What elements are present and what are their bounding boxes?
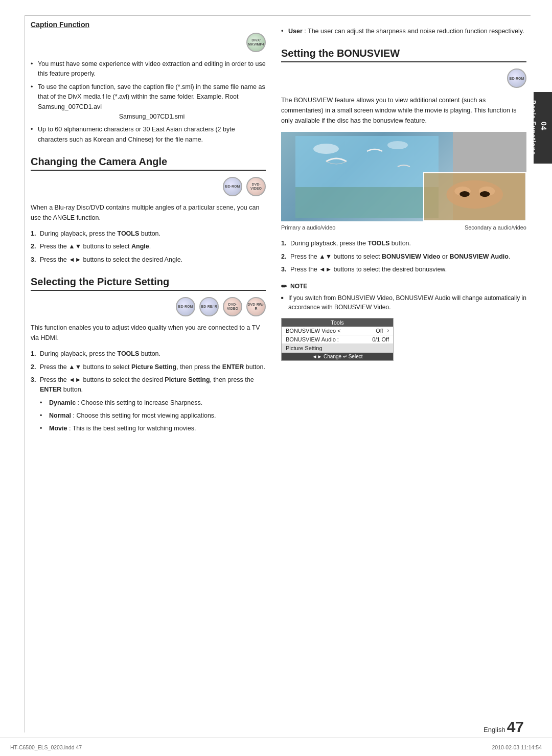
note-label: NOTE [290, 283, 307, 290]
picture-bdre-icon-label: BD-RE/-R [201, 305, 217, 309]
note-item-1: If you switch from BONUSVIEW Video, BONU… [281, 293, 526, 312]
bonusview-image [281, 132, 526, 221]
camera-step-3: 3.Press the ◄► buttons to select the des… [31, 255, 266, 265]
bonusview-primary-label: Primary a audio/video [281, 224, 335, 231]
right-user-bullet-item: User : The user can adjust the sharpness… [281, 27, 526, 36]
picture-sub-normal: Normal : Choose this setting for most vi… [40, 411, 266, 421]
caption-bullet-2: To use the caption function, save the ca… [31, 82, 266, 122]
camera-dvd-icon-label: DVD-VIDEO [247, 182, 265, 190]
bonusview-image-labels: Primary a audio/video Secondary a audio/… [281, 224, 526, 231]
camera-step-1: 1.During playback, press the TOOLS butto… [31, 229, 266, 239]
caption-bullet-1: You must have some experience with video… [31, 59, 266, 79]
picture-step-3: 3.Press the ◄► buttons to select the des… [31, 375, 266, 434]
bonusview-section: Setting the BONUSVIEW BD-ROM The BONUSVI… [281, 48, 526, 360]
picture-bdre-disc-icon: BD-RE/-R [199, 297, 219, 316]
page-number-area: English 47 [484, 719, 524, 735]
left-column: Caption Function DivX/MKV/MP4 You must h… [31, 20, 266, 736]
note-header: ✏ NOTE [281, 282, 526, 290]
tools-row-picture-setting: Picture Setting [282, 344, 393, 353]
picture-sub-movie: Movie : This is the best setting for wat… [40, 424, 266, 433]
tools-chevron: › [387, 328, 389, 333]
note-list: If you switch from BONUSVIEW Video, BONU… [281, 293, 526, 312]
picture-title: Selecting the Picture Setting [31, 276, 266, 291]
bottom-left-text: HT-C6500_ELS_0203.indd 47 [10, 744, 82, 750]
top-margin-line [25, 15, 531, 16]
camera-step-2: 2.Press the ▲▼ buttons to select Angle. [31, 242, 266, 251]
tools-bonusview-video-value: Off › [376, 328, 389, 334]
divx-icon-label: DivX/MKV/MP4 [248, 38, 264, 46]
caption-section: Caption Function DivX/MKV/MP4 You must h… [31, 20, 266, 145]
chapter-title: Basic Functions [530, 100, 537, 155]
bonusview-steps: 1.During playback, press the TOOLS butto… [281, 239, 526, 274]
tools-row-bonusview-audio: BONUSVIEW Audio : 0/1 Off [282, 335, 393, 344]
tools-picture-setting-label: Picture Setting [286, 345, 323, 351]
bottom-right-text: 2010-02-03 11:14:54 [492, 744, 542, 750]
bottom-bar: HT-C6500_ELS_0203.indd 47 2010-02-03 11:… [0, 738, 552, 756]
bonusview-step-1: 1.During playback, press the TOOLS butto… [281, 239, 526, 248]
left-margin-line [25, 15, 25, 732]
picture-sub-dynamic: Dynamic : Choose this setting to increas… [40, 398, 266, 408]
bonusview-secondary-label: Secondary a audio/video [465, 224, 526, 231]
caption-title: Caption Function [31, 20, 266, 29]
bonusview-bd-disc-icon: BD-ROM [507, 68, 526, 88]
camera-bd-icon-label: BD-ROM [225, 185, 240, 189]
picture-step-2: 2.Press the ▲▼ buttons to select Picture… [31, 362, 266, 372]
svg-point-2 [313, 144, 339, 154]
page-number: 47 [507, 719, 524, 735]
picture-sub-bullets: Dynamic : Choose this setting to increas… [40, 398, 266, 434]
bonusview-secondary-video [423, 172, 526, 221]
note-icon: ✏ [281, 282, 287, 290]
right-user-bullet: User : The user can adjust the sharpness… [281, 27, 526, 36]
camera-title: Changing the Camera Angle [31, 156, 266, 171]
svg-point-5 [447, 180, 503, 209]
caption-example: Samsung_007CD1.smi [38, 112, 266, 122]
picture-dvdrw-icon-label: DVD-RW/-R [247, 303, 265, 310]
svg-point-3 [387, 141, 408, 149]
bonusview-intro: The BONUSVIEW feature allows you to view… [281, 95, 526, 126]
tools-bonusview-audio-value: 0/1 Off [372, 336, 389, 342]
picture-dvd-disc-icon: DVD-VIDEO [223, 297, 242, 316]
camera-section: Changing the Camera Angle BD-ROM DVD-VID… [31, 156, 266, 265]
bonusview-secondary-svg [424, 173, 525, 220]
camera-dvd-disc-icon: DVD-VIDEO [246, 177, 266, 196]
tools-table: Tools BONUSVIEW Video < Off › BONUSVIEW … [281, 318, 394, 361]
picture-bd-disc-icon: BD-ROM [176, 297, 195, 316]
bonusview-step-3: 3.Press the ◄► buttons to select the des… [281, 265, 526, 274]
picture-intro: This function enables you to adjust vide… [31, 323, 266, 343]
bonusview-primary-svg [295, 136, 439, 218]
tools-row-bonusview-video: BONUSVIEW Video < Off › [282, 327, 393, 335]
right-column: User : The user can adjust the sharpness… [281, 20, 526, 736]
bonusview-bd-icon-label: BD-ROM [510, 77, 524, 81]
chapter-number: 04 [540, 122, 548, 131]
camera-intro: When a Blu-ray Disc/DVD contains multipl… [31, 202, 266, 223]
picture-bd-icon-label: BD-ROM [178, 305, 193, 309]
picture-section: Selecting the Picture Setting BD-ROM BD-… [31, 276, 266, 434]
page-container: 04 Basic Functions Caption Function DivX… [0, 0, 552, 756]
picture-steps: 1.During playback, press the TOOLS butto… [31, 349, 266, 434]
svg-rect-1 [295, 187, 439, 218]
camera-disc-icons: BD-ROM DVD-VIDEO [31, 177, 266, 196]
svg-point-8 [460, 191, 470, 197]
camera-bd-disc-icon: BD-ROM [223, 177, 242, 196]
caption-bullets: You must have some experience with video… [31, 59, 266, 145]
bonusview-step-2: 2.Press the ▲▼ buttons to select BONUSVI… [281, 252, 526, 262]
caption-disc-icons: DivX/MKV/MP4 [31, 33, 266, 52]
tools-table-header: Tools [282, 318, 393, 327]
picture-step-1: 1.During playback, press the TOOLS butto… [31, 349, 266, 359]
english-label: English [484, 726, 505, 734]
bonusview-note: ✏ NOTE If you switch from BONUSVIEW Vide… [281, 282, 526, 312]
divx-disc-icon: DivX/MKV/MP4 [246, 33, 266, 52]
camera-steps: 1.During playback, press the TOOLS butto… [31, 229, 266, 265]
caption-bullet-3: Up to 60 alphanumeric characters or 30 E… [31, 125, 266, 145]
bonusview-title: Setting the BONUSVIEW [281, 48, 526, 62]
picture-disc-icons: BD-ROM BD-RE/-R DVD-VIDEO DVD-RW/-R [31, 297, 266, 316]
svg-point-9 [480, 191, 490, 197]
tools-bonusview-video-label: BONUSVIEW Video < [286, 328, 341, 334]
bonusview-disc-icons: BD-ROM [281, 68, 526, 88]
tools-table-footer: ◄► Change ↵ Select [282, 353, 393, 360]
main-content: Caption Function DivX/MKV/MP4 You must h… [31, 20, 526, 736]
tools-bonusview-audio-label: BONUSVIEW Audio : [286, 336, 339, 342]
picture-dvdrw-disc-icon: DVD-RW/-R [246, 297, 266, 316]
chapter-tab: 04 Basic Functions [534, 92, 552, 164]
picture-dvd-icon-label: DVD-VIDEO [224, 303, 241, 310]
